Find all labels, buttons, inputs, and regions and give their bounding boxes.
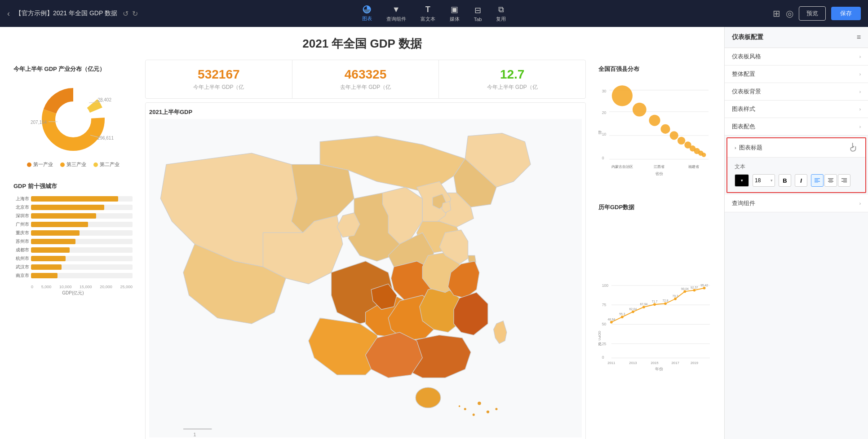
bold-button[interactable]: B [779, 174, 791, 187]
bar-city-label: 广州市 [13, 221, 29, 228]
map-title: 2021上半年GDP [149, 106, 582, 118]
section-style-header[interactable]: 仪表板风格 › [725, 48, 868, 65]
svg-text:2017: 2017 [672, 361, 679, 365]
svg-text:92.57: 92.57 [691, 286, 698, 289]
svg-point-37 [670, 131, 678, 140]
media-icon: ▣ [451, 4, 458, 14]
align-center-button[interactable] [824, 174, 837, 187]
section-chart-style-label: 图表样式 [732, 105, 755, 113]
section-chart-style-header[interactable]: 图表样式 › [725, 101, 868, 118]
legend-item-first: 第一产业 [27, 161, 53, 168]
svg-text:2011: 2011 [607, 361, 615, 365]
section-chart-color-header[interactable]: 图表配色 › [725, 118, 868, 135]
kpi-current-value: 532167 [149, 67, 288, 82]
header-left: ‹ 【官方示例】2021 年全国 GDP 数据 ↺ ↻ [7, 9, 138, 18]
kpi-growth: 12.7 今年上半年 GDP（亿 [439, 60, 585, 98]
section-background-label: 仪表板背景 [732, 88, 761, 96]
bar-fill [31, 256, 66, 261]
bar-row: 北京市 [13, 204, 133, 211]
tool-reuse[interactable]: ⧉ 复用 [496, 5, 506, 22]
tool-chart[interactable]: 图表 [362, 5, 372, 22]
section-chart-color: 图表配色 › [725, 118, 868, 136]
back-button[interactable]: ‹ [7, 9, 10, 18]
legend-dot-second [93, 162, 98, 167]
bar-row: 深圳市 [13, 213, 133, 219]
panel-body: 仪表板风格 › 整体配置 › 仪表板背景 › [725, 48, 868, 439]
kpi-growth-value: 12.7 [443, 67, 582, 82]
legend-label-first: 第一产业 [33, 161, 53, 168]
italic-button[interactable]: I [795, 174, 807, 187]
color-picker-button[interactable]: ▾ [735, 174, 749, 187]
bar-fill [31, 239, 75, 244]
text-format-label: 文本 [735, 163, 858, 171]
svg-text:75: 75 [602, 303, 607, 307]
section-query-widget-header[interactable]: 查询组件 › [725, 195, 868, 212]
svg-text:福建省: 福建省 [688, 165, 699, 169]
legend-dot-first [27, 162, 31, 167]
bar-track [31, 213, 133, 219]
svg-text:90.04: 90.04 [681, 287, 689, 290]
header-right: ⊞ ◎ 预览 保存 [773, 6, 861, 21]
font-size-select[interactable]: 18 ▾ [753, 174, 775, 187]
bar-row: 上海市 [13, 196, 133, 202]
chart-title-content: 文本 ▾ 18 ▾ B I [727, 158, 865, 192]
middle-column: 532167 今年上半年 GDP（亿 463325 去年上半年 GDP（亿 12… [142, 56, 589, 439]
svg-text:296,611: 296,611 [97, 136, 114, 140]
kpi-current-label: 今年上半年 GDP（亿 [149, 83, 288, 91]
align-right-button[interactable] [838, 174, 850, 187]
donut-legend: 第一产业 第三产业 第二产业 [13, 161, 133, 168]
theme-icon[interactable]: ◎ [786, 8, 793, 19]
bar-fill [31, 196, 118, 202]
section-query-widget: 查询组件 › [725, 195, 868, 212]
bar-track [31, 256, 133, 261]
section-chart-title-header[interactable]: › 图表标题 [727, 138, 865, 158]
svg-text:2013: 2013 [629, 361, 637, 365]
section-query-widget-label: 查询组件 [732, 199, 755, 207]
bar-fill [31, 230, 80, 236]
bar-track [31, 230, 133, 236]
section-overall-header[interactable]: 整体配置 › [725, 66, 868, 83]
save-button[interactable]: 保存 [831, 7, 861, 20]
dashboard-area: 2021 年全国 GDP 数据 今年上半年 GDP 产业分布（亿元） [0, 27, 724, 439]
undo-button[interactable]: ↺ [123, 9, 128, 18]
preview-button[interactable]: 预览 [799, 6, 826, 21]
layout-icon[interactable]: ⊞ [773, 8, 780, 19]
svg-point-64 [703, 287, 706, 290]
section-chart-color-label: 图表配色 [732, 123, 755, 131]
redo-button[interactable]: ↻ [132, 9, 138, 18]
svg-text:省份: 省份 [655, 171, 663, 176]
bar-track [31, 222, 133, 227]
bar-row: 成都市 [13, 247, 133, 253]
tool-reuse-label: 复用 [496, 16, 506, 22]
section-background-header[interactable]: 仪表板背景 › [725, 83, 868, 100]
panel-menu-icon[interactable]: ≡ [857, 33, 861, 41]
align-left-button[interactable] [811, 174, 824, 187]
left-column: 今年上半年 GDP 产业分布（亿元） 28,402 [4, 56, 142, 439]
bar-city-label: 杭州市 [13, 255, 29, 262]
svg-text:江西省: 江西省 [654, 165, 664, 169]
svg-point-55 [610, 321, 613, 324]
section-chart-color-arrow: › [859, 124, 861, 129]
kpi-growth-label: 今年上半年 GDP（亿 [443, 83, 582, 91]
tool-tab[interactable]: ⊟ Tab [474, 5, 482, 22]
section-chart-title-expanded: › 图表标题 文本 ▾ [726, 137, 866, 193]
svg-text:20: 20 [602, 110, 607, 115]
tool-query[interactable]: ▼ 查询组件 [386, 5, 406, 22]
undo-redo-group: ↺ ↻ [123, 9, 138, 18]
svg-text:95.42: 95.42 [700, 284, 708, 287]
bar-track [31, 273, 133, 278]
svg-text:79.3: 79.3 [673, 294, 678, 298]
svg-point-58 [642, 306, 645, 308]
bar-axis-label: GDP(亿元) [13, 290, 133, 296]
svg-point-36 [660, 124, 670, 134]
section-style-label: 仪表板风格 [732, 53, 761, 61]
bar-track [31, 205, 133, 210]
tool-richtext[interactable]: T 富文本 [421, 5, 435, 22]
svg-point-43 [702, 153, 706, 157]
gdp-industry-card: 今年上半年 GDP 产业分布（亿元） 28,402 [8, 60, 138, 173]
header: ‹ 【官方示例】2021 年全国 GDP 数据 ↺ ↻ 图表 ▼ 查询组件 T … [0, 0, 868, 27]
bar-city-label: 南京市 [13, 272, 29, 279]
tool-media[interactable]: ▣ 媒体 [450, 4, 460, 22]
gdp-cities-title: GDP 前十强城市 [13, 182, 133, 190]
svg-text:71.7: 71.7 [651, 300, 657, 303]
